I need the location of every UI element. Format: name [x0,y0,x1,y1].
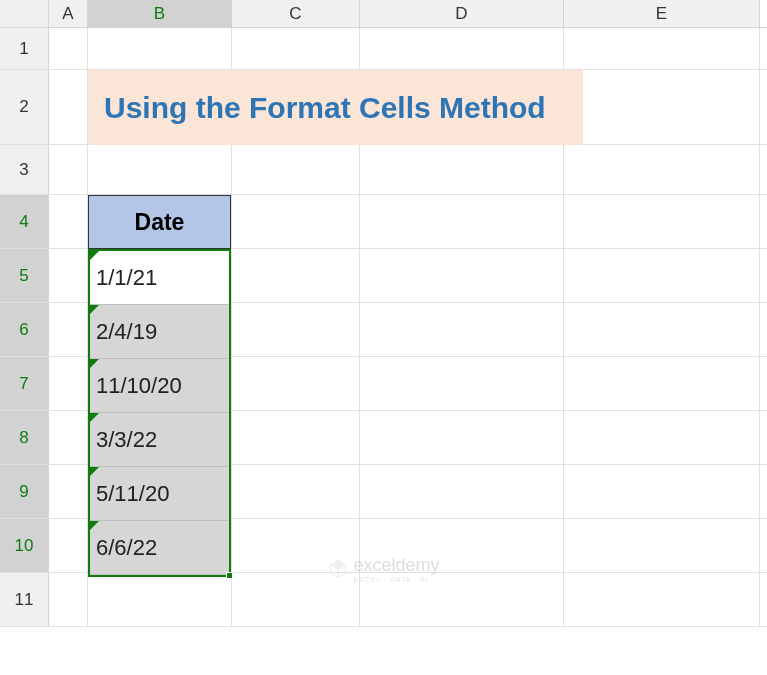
cell-E2[interactable] [564,70,760,144]
cell-D6[interactable] [360,303,564,356]
cell-B11[interactable] [88,573,232,626]
row-header-5[interactable]: 5 [0,249,49,302]
row-header-9[interactable]: 9 [0,465,49,518]
cell-C4[interactable] [232,195,360,248]
cell-date-0[interactable]: 1/1/21 [90,251,229,305]
row-header-2[interactable]: 2 [0,70,49,144]
cell-date-4[interactable]: 5/11/20 [90,467,229,521]
cell-date-1[interactable]: 2/4/19 [90,305,229,359]
cell-E1[interactable] [564,28,760,69]
cell-A11[interactable] [49,573,88,626]
col-header-B[interactable]: B [88,0,232,27]
text-stored-as-number-icon [90,251,99,260]
cell-C7[interactable] [232,357,360,410]
cell-E11[interactable] [564,573,760,626]
cell-value: 2/4/19 [96,319,157,345]
cell-value: 6/6/22 [96,535,157,561]
row-header-6[interactable]: 6 [0,303,49,356]
cell-B3[interactable] [88,145,232,194]
cell-A6[interactable] [49,303,88,356]
cell-E9[interactable] [564,465,760,518]
text-stored-as-number-icon [90,359,99,368]
cell-C9[interactable] [232,465,360,518]
cell-A1[interactable] [49,28,88,69]
cell-A8[interactable] [49,411,88,464]
cell-D1[interactable] [360,28,564,69]
row-header-10[interactable]: 10 [0,519,49,572]
row-1: 1 [0,28,767,70]
cell-value: 3/3/22 [96,427,157,453]
row-header-7[interactable]: 7 [0,357,49,410]
cell-D7[interactable] [360,357,564,410]
cell-E4[interactable] [564,195,760,248]
cell-date-3[interactable]: 3/3/22 [90,413,229,467]
row-header-1[interactable]: 1 [0,28,49,69]
row-header-4[interactable]: 4 [0,195,49,248]
page-title: Using the Format Cells Method [104,91,546,125]
cell-A7[interactable] [49,357,88,410]
row-header-3[interactable]: 3 [0,145,49,194]
watermark-brand: exceldemy [353,555,439,575]
cell-value: 11/10/20 [96,373,182,399]
cell-A10[interactable] [49,519,88,572]
date-table: Date 1/1/21 2/4/19 11/10/20 3/3/22 5/11/… [88,195,231,577]
cell-E5[interactable] [564,249,760,302]
cell-E3[interactable] [564,145,760,194]
cell-value: 5/11/20 [96,481,169,507]
watermark-cube-icon [327,559,347,579]
selection-range[interactable]: 1/1/21 2/4/19 11/10/20 3/3/22 5/11/20 6/… [88,249,231,577]
title-merged-cell[interactable]: Using the Format Cells Method [88,70,583,145]
cell-E6[interactable] [564,303,760,356]
cell-value: 1/1/21 [96,265,157,291]
select-all-corner[interactable] [0,0,49,27]
cell-B1[interactable] [88,28,232,69]
cell-E8[interactable] [564,411,760,464]
cell-C6[interactable] [232,303,360,356]
text-stored-as-number-icon [90,521,99,530]
cell-E7[interactable] [564,357,760,410]
col-header-C[interactable]: C [232,0,360,27]
column-headers-row: A B C D E [0,0,767,28]
cell-A4[interactable] [49,195,88,248]
col-header-E[interactable]: E [564,0,760,27]
cell-A5[interactable] [49,249,88,302]
cell-D5[interactable] [360,249,564,302]
cell-D4[interactable] [360,195,564,248]
cell-D9[interactable] [360,465,564,518]
cell-C3[interactable] [232,145,360,194]
watermark: exceldemy EXCEL · DATA · BI [327,555,439,583]
col-header-D[interactable]: D [360,0,564,27]
text-stored-as-number-icon [90,413,99,422]
fill-handle[interactable] [226,572,233,579]
cell-E10[interactable] [564,519,760,572]
cell-A9[interactable] [49,465,88,518]
cell-D8[interactable] [360,411,564,464]
row-header-8[interactable]: 8 [0,411,49,464]
table-header-date[interactable]: Date [88,195,231,249]
cell-C8[interactable] [232,411,360,464]
row-3: 3 [0,145,767,195]
watermark-tagline: EXCEL · DATA · BI [353,576,439,583]
cell-C5[interactable] [232,249,360,302]
cell-A3[interactable] [49,145,88,194]
text-stored-as-number-icon [90,305,99,314]
cell-date-2[interactable]: 11/10/20 [90,359,229,413]
cell-date-5[interactable]: 6/6/22 [90,521,229,575]
cell-A2[interactable] [49,70,88,144]
col-header-A[interactable]: A [49,0,88,27]
cell-D3[interactable] [360,145,564,194]
row-header-11[interactable]: 11 [0,573,49,626]
text-stored-as-number-icon [90,467,99,476]
cell-C1[interactable] [232,28,360,69]
